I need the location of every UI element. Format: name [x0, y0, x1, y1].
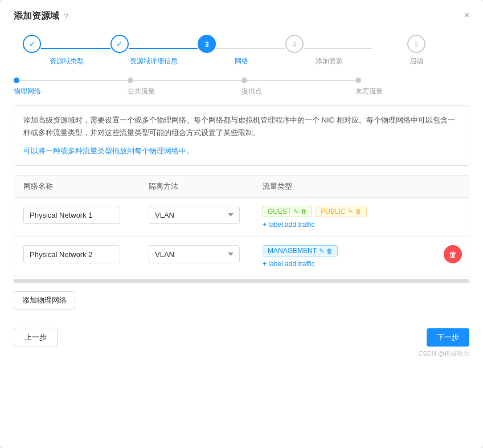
table-scroll-hint — [14, 279, 469, 283]
dialog-title: 添加资源域 — [14, 10, 59, 22]
step-3-line — [216, 48, 285, 49]
sub-step-public-line — [133, 80, 242, 81]
tag-management: MANAGEMENT ✎ 🗑 — [263, 245, 338, 256]
table-row-2: VLAN VXLAN GRE MANAGEMENT ✎ 🗑 + label.ad… — [14, 237, 469, 276]
sub-step-guest-traffic-dot-row — [355, 78, 469, 83]
row-1-tag-row-1: GUEST ✎ 🗑 PUBLIC ✎ 🗑 — [263, 206, 425, 217]
step-4-circle: 4 — [285, 35, 304, 53]
step-5-circle: 5 — [407, 35, 425, 53]
prev-button[interactable]: 上一步 — [14, 328, 58, 347]
info-text-1: 添加高级资源域时，需要设置一个或多个物理网络。每个网络都与虚拟机管理程序中的一个… — [23, 114, 460, 139]
row-2-add-traffic-btn[interactable]: + label.add.traffic — [263, 260, 425, 268]
row-2-name-col — [14, 245, 140, 263]
close-icon[interactable]: × — [464, 10, 469, 21]
col-header-name: 网络名称 — [14, 181, 140, 192]
next-button[interactable]: 下一步 — [427, 328, 469, 347]
table-row-1: VLAN VXLAN GRE GUEST ✎ 🗑 PUBLIC — [14, 198, 469, 237]
sub-step-provider-label: 提供点 — [242, 87, 262, 96]
step-1-label: 资源域类型 — [50, 56, 84, 66]
step-4-line — [304, 48, 373, 49]
step-1-line — [41, 48, 110, 49]
step-3-num: 3 — [205, 40, 209, 48]
sub-step-provider-dot — [242, 78, 247, 83]
row-1-tags: GUEST ✎ 🗑 PUBLIC ✎ 🗑 + label.add.traffic — [263, 206, 425, 229]
step-1-check — [29, 40, 35, 48]
step-4-label: 添加资源 — [316, 56, 343, 66]
sub-step-guest-traffic-dot — [355, 78, 361, 83]
step-2-line — [129, 48, 198, 49]
row-2-action-col: 🗑 — [435, 245, 469, 263]
row-1-method-col: VLAN VXLAN GRE — [140, 206, 253, 224]
sub-step-guest-traffic-label: 来宾流量 — [355, 87, 383, 96]
step-2: 资源域详细信息 — [110, 35, 198, 66]
table-scroll-inner — [14, 279, 469, 283]
step-1-circle — [23, 35, 41, 53]
row-2-tags: MANAGEMENT ✎ 🗑 + label.add.traffic — [263, 245, 425, 268]
add-network-btn[interactable]: 添加物理网络 — [14, 291, 75, 309]
steps-container: 资源域类型 资源域详细信息 3 网络 — [0, 29, 483, 78]
step-3: 3 网络 — [198, 35, 285, 66]
network-table: 网络名称 隔离方法 流量类型 VLAN VXLAN GRE — [14, 175, 469, 276]
row-2-name-input[interactable] — [23, 245, 120, 263]
tag-guest: GUEST ✎ 🗑 — [263, 206, 312, 217]
row-2-method-select[interactable]: VLAN VXLAN GRE — [149, 245, 240, 263]
tag-guest-label: GUEST — [268, 207, 291, 215]
row-1-name-col — [14, 206, 140, 224]
tag-management-label: MANAGEMENT — [268, 247, 317, 255]
tag-public-edit-icon[interactable]: ✎ — [348, 208, 353, 215]
tag-public: PUBLIC ✎ 🗑 — [316, 206, 366, 217]
row-2-method-col: VLAN VXLAN GRE — [140, 245, 253, 263]
col-header-action — [435, 181, 469, 192]
step-5-num: 5 — [415, 40, 419, 48]
row-2-delete-btn[interactable]: 🗑 — [444, 245, 462, 263]
tag-guest-edit-icon[interactable]: ✎ — [293, 208, 298, 215]
watermark: CSDN @机核动力 — [0, 347, 483, 358]
tag-guest-delete-icon[interactable]: 🗑 — [301, 208, 307, 215]
step-5: 5 启动 — [373, 35, 460, 66]
info-text-2-content: 可以将一种或多种流量类型拖放到每个物理网络中。 — [23, 146, 194, 155]
step-4-top: 4 — [285, 35, 373, 53]
sub-step-physical-dot-row — [14, 78, 128, 83]
step-3-label: 网络 — [235, 56, 248, 66]
tag-public-delete-icon[interactable]: 🗑 — [355, 208, 362, 215]
dialog-header: 添加资源域 ? × — [0, 0, 483, 29]
step-4: 4 添加资源 — [285, 35, 373, 66]
row-2-delete-icon: 🗑 — [449, 250, 457, 259]
col-header-traffic: 流量类型 — [253, 181, 435, 192]
row-1-name-input[interactable] — [23, 206, 120, 224]
step-3-circle: 3 — [198, 35, 216, 53]
row-1-traffic-col: GUEST ✎ 🗑 PUBLIC ✎ 🗑 + label.add.traffic — [253, 206, 435, 229]
col-header-method: 隔离方法 — [140, 181, 253, 192]
tag-public-label: PUBLIC — [321, 207, 345, 215]
row-1-method-select[interactable]: VLAN VXLAN GRE — [149, 206, 240, 224]
sub-step-public-dot-row — [128, 78, 242, 83]
sub-step-public-dot — [128, 78, 133, 83]
sub-step-physical-label: 物理网络 — [14, 87, 41, 96]
sub-step-provider-dot-row — [242, 78, 355, 83]
sub-steps-container: 物理网络 公共流量 提供点 来宾流量 — [0, 78, 483, 105]
tag-management-delete-icon[interactable]: 🗑 — [326, 247, 333, 254]
step-3-top: 3 — [198, 35, 285, 53]
sub-step-public-label: 公共流量 — [128, 87, 155, 96]
row-2-traffic-col: MANAGEMENT ✎ 🗑 + label.add.traffic — [253, 245, 435, 268]
step-2-circle — [110, 35, 129, 53]
sub-step-physical: 物理网络 — [14, 78, 128, 96]
step-2-top — [110, 35, 198, 53]
tag-management-edit-icon[interactable]: ✎ — [319, 247, 324, 255]
row-2-tag-row-1: MANAGEMENT ✎ 🗑 — [263, 245, 425, 256]
info-box: 添加高级资源域时，需要设置一个或多个物理网络。每个网络都与虚拟机管理程序中的一个… — [14, 105, 469, 166]
help-icon[interactable]: ? — [64, 12, 68, 21]
info-text-1-content: 添加高级资源域时，需要设置一个或多个物理网络。每个网络都与虚拟机管理程序中的一个… — [23, 116, 455, 137]
sub-step-physical-line — [19, 80, 128, 81]
dialog-footer: 上一步 下一步 — [0, 319, 483, 347]
step-2-label: 资源域详细信息 — [130, 56, 178, 66]
step-4-num: 4 — [292, 40, 296, 48]
table-header: 网络名称 隔离方法 流量类型 — [14, 176, 469, 198]
info-text-2: 可以将一种或多种流量类型拖放到每个物理网络中。 — [23, 145, 460, 157]
sub-step-physical-dot — [14, 78, 19, 83]
step-1-top — [23, 35, 110, 53]
row-1-add-traffic-btn[interactable]: + label.add.traffic — [263, 221, 425, 229]
dialog: 添加资源域 ? × 资源域类型 资源域详细信息 — [0, 0, 483, 448]
sub-step-public: 公共流量 — [128, 78, 242, 96]
sub-step-provider: 提供点 — [242, 78, 355, 96]
